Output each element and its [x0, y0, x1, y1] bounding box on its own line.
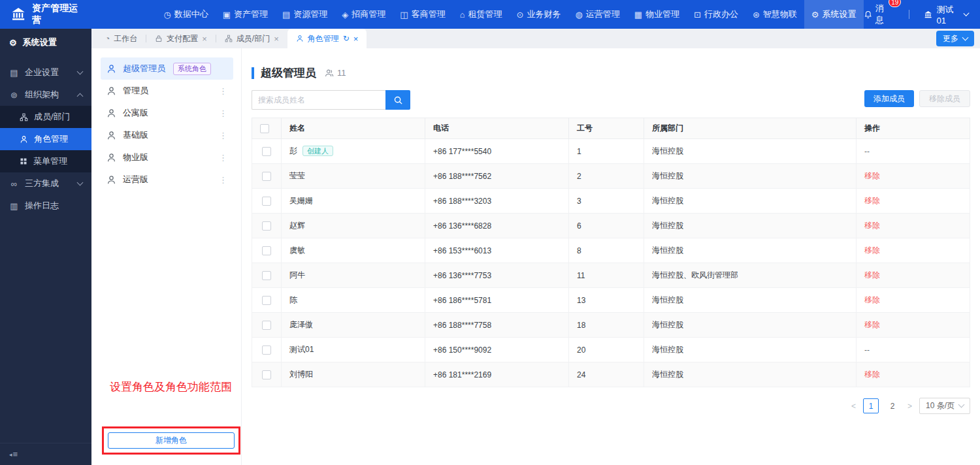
- remove-member-link[interactable]: 移除: [864, 295, 880, 304]
- remove-member-link[interactable]: 移除: [864, 270, 880, 280]
- page-number-2[interactable]: 2: [885, 398, 900, 413]
- close-icon[interactable]: ×: [202, 34, 207, 44]
- no-action-dash: --: [864, 147, 870, 156]
- role-item-property[interactable]: 物业版 ⋮: [101, 146, 233, 168]
- remove-member-link[interactable]: 移除: [864, 320, 880, 329]
- close-icon[interactable]: ×: [353, 34, 359, 44]
- tab-workbench[interactable]: ◔ 工作台: [97, 29, 146, 48]
- nav-item-lease-mgmt[interactable]: ⌂租赁管理: [453, 0, 510, 29]
- row-checkbox[interactable]: [262, 172, 271, 181]
- tab-members-departments[interactable]: 成员/部门 ×: [216, 29, 287, 48]
- person-icon: [106, 131, 116, 140]
- role-label: 基础版: [123, 129, 148, 141]
- page-number-1[interactable]: 1: [863, 398, 879, 413]
- select-all-checkbox[interactable]: [260, 124, 269, 133]
- people-icon: ◫: [400, 10, 408, 20]
- add-member-button[interactable]: 添加成员: [864, 90, 914, 107]
- nav-item-operation-mgmt[interactable]: ◍运营管理: [568, 0, 627, 29]
- row-checkbox[interactable]: [262, 271, 271, 280]
- remove-member-button[interactable]: 移除成员: [919, 90, 970, 107]
- system-role-badge: 系统角色: [173, 63, 211, 75]
- role-options-icon[interactable]: ⋮: [219, 175, 227, 185]
- nav-item-smart-iot[interactable]: ⊛智慧物联: [745, 0, 804, 29]
- sidebar-item-menu-management[interactable]: 菜单管理: [0, 150, 91, 172]
- sidebar-collapse-button[interactable]: ◂ ≡: [0, 443, 91, 465]
- sidebar-item-company-settings[interactable]: ▤ 企业设置: [0, 61, 91, 84]
- row-checkbox[interactable]: [262, 370, 271, 379]
- next-page-button[interactable]: >: [906, 402, 913, 411]
- nav-item-invest-mgmt[interactable]: ◈招商管理: [335, 0, 393, 29]
- col-header-name: 姓名: [282, 118, 425, 139]
- tab-role-management[interactable]: 角色管理 ↻ ×: [287, 29, 367, 48]
- remove-member-link[interactable]: 移除: [864, 221, 880, 230]
- remove-member-link[interactable]: 移除: [864, 246, 880, 255]
- sidebar-item-third-party-integration[interactable]: ∞ 三方集成: [0, 172, 91, 195]
- member-name: 陈: [282, 288, 425, 313]
- prev-page-button[interactable]: <: [850, 402, 857, 411]
- row-checkbox[interactable]: [262, 321, 271, 330]
- role-label: 物业版: [123, 152, 148, 163]
- refresh-icon[interactable]: ↻: [343, 34, 350, 43]
- chevron-up-icon: [77, 93, 84, 99]
- page-size-select[interactable]: 10 条/页: [919, 398, 970, 414]
- role-options-icon[interactable]: ⋮: [219, 86, 227, 96]
- messages-button[interactable]: 消息 19: [864, 3, 891, 26]
- document-icon: ▤: [9, 68, 19, 78]
- member-phone: +86 177****5540: [425, 139, 569, 164]
- role-item-apartment[interactable]: 公寓版 ⋮: [101, 102, 233, 124]
- row-checkbox[interactable]: [262, 221, 271, 231]
- person-icon: [106, 153, 116, 163]
- row-checkbox[interactable]: [262, 246, 271, 255]
- more-tabs-button[interactable]: 更多: [936, 31, 974, 46]
- sidebar-item-label: 角色管理: [34, 133, 68, 145]
- role-item-operation[interactable]: 运营版 ⋮: [101, 168, 233, 191]
- search-member-input[interactable]: [252, 90, 385, 110]
- row-checkbox[interactable]: [262, 345, 271, 355]
- role-options-icon[interactable]: ⋮: [219, 153, 227, 163]
- sidebar-item-operation-log[interactable]: ▥ 操作日志: [0, 195, 91, 217]
- user-menu[interactable]: 测试01: [924, 4, 968, 25]
- row-checkbox[interactable]: [262, 147, 271, 156]
- member-department: 海恒控股: [644, 189, 857, 214]
- search-button[interactable]: [385, 90, 410, 110]
- iot-icon: ⊛: [753, 10, 760, 20]
- sidebar-item-members-departments[interactable]: 成员/部门: [0, 106, 91, 128]
- col-header-actions: 操作: [857, 118, 970, 139]
- close-icon[interactable]: ×: [274, 34, 279, 44]
- tab-label: 成员/部门: [237, 33, 270, 44]
- table-row: 虞敏 +86 153****6013 8 海恒控股 移除: [252, 238, 970, 263]
- row-checkbox[interactable]: [262, 296, 271, 305]
- sidebar-item-org-structure[interactable]: ⊚ 组织架构: [0, 84, 91, 106]
- tab-payment-config[interactable]: 支付配置 ×: [146, 29, 216, 48]
- tab-label: 角色管理: [308, 33, 339, 44]
- nav-item-property-mgmt[interactable]: ▦物业管理: [627, 0, 687, 29]
- add-role-button[interactable]: 新增角色: [108, 432, 235, 449]
- role-options-icon[interactable]: ⋮: [219, 131, 227, 140]
- remove-member-link[interactable]: 移除: [864, 370, 880, 379]
- sidebar-item-role-management[interactable]: 角色管理: [0, 128, 91, 150]
- person-icon: [106, 108, 116, 118]
- role-item-basic[interactable]: 基础版 ⋮: [101, 124, 233, 146]
- row-checkbox[interactable]: [262, 197, 271, 206]
- member-emp-id: 24: [569, 362, 644, 387]
- nav-item-data-center[interactable]: ◷数据中心: [156, 0, 215, 29]
- nav-item-merchant-mgmt[interactable]: ◫客商管理: [393, 0, 452, 29]
- nav-item-admin-office[interactable]: ⊡行政办公: [687, 0, 745, 29]
- role-item-super-admin[interactable]: 超级管理员 系统角色: [101, 57, 233, 80]
- nav-item-asset-mgmt[interactable]: ▣资产管理: [216, 0, 275, 29]
- table-row: 测试01 +86 150****9092 20 海恒控股 --: [252, 338, 970, 362]
- sidebar-item-label: 三方集成: [25, 178, 59, 189]
- person-icon: [296, 35, 304, 42]
- org-chart-icon: [225, 35, 233, 42]
- table-row: 吴姗姗 +86 188****3203 3 海恒控股 移除: [252, 189, 970, 214]
- member-department: 海恒控股、欧风街管理部: [644, 263, 857, 288]
- page-size-value: 10 条/页: [926, 400, 955, 411]
- remove-member-link[interactable]: 移除: [864, 196, 880, 205]
- nav-item-finance[interactable]: ⊙业务财务: [509, 0, 568, 29]
- sidebar-item-label: 操作日志: [25, 200, 59, 212]
- nav-item-system-settings[interactable]: ⚙系统设置: [804, 0, 864, 29]
- nav-item-resource-mgmt[interactable]: ▤资源管理: [275, 0, 335, 29]
- role-item-admin[interactable]: 管理员 ⋮: [101, 80, 233, 102]
- remove-member-link[interactable]: 移除: [864, 171, 880, 180]
- role-options-icon[interactable]: ⋮: [219, 108, 227, 118]
